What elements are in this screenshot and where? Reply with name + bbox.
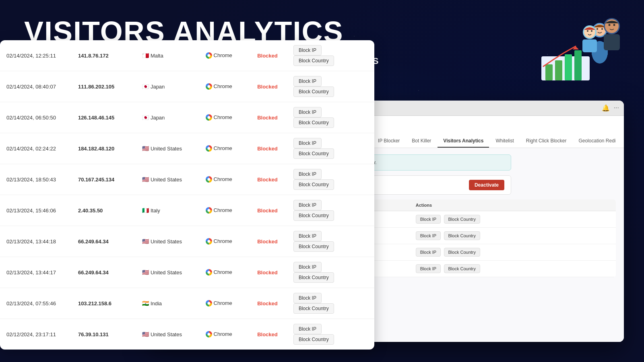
cell-browser: Chrome [199,288,251,319]
cell-actions: Block IP Block Country [287,288,374,319]
cell-ip: 111.86.202.105 [72,71,136,102]
cell-ip: 2.40.35.50 [72,195,136,226]
block-ip-button[interactable]: Block IP [293,324,322,334]
cell-browser: Chrome [199,226,251,257]
status-badge: Blocked [257,300,278,306]
status-badge: Blocked [257,177,278,183]
cell-browser: Chrome [199,102,251,133]
country-flag: 🇺🇸 [142,269,149,276]
block-ip-button[interactable]: Block IP [293,293,322,303]
block-ip-button[interactable]: Block IP [293,138,322,148]
cell-country: 🇺🇸United States [136,257,199,288]
chrome-icon [206,145,212,152]
block-country-button[interactable]: Block Country [293,303,334,314]
cell-actions: Block IP Block Country [411,228,616,244]
more-icon[interactable]: ··· [614,104,619,112]
cell-actions: Block IP Block Country [411,261,616,277]
cell-status: Blocked [251,195,287,226]
chrome-icon [206,207,212,214]
cell-actions: Block IP Block Country [411,244,616,261]
tab-right-click[interactable]: Right Click Blocker [520,135,572,148]
block-country-button[interactable]: Block Country [293,117,334,128]
block-country-button[interactable]: Block Country [444,248,480,257]
cell-country: 🇺🇸United States [136,319,199,350]
block-ip-button[interactable]: Block IP [416,264,441,273]
status-badge: Blocked [257,146,278,152]
cell-status: Blocked [251,164,287,195]
chrome-icon [206,114,212,121]
status-badge: Blocked [257,115,278,121]
cell-ip: 126.148.46.145 [72,102,136,133]
cell-date: 02/12/2024, 23:17:11 [0,319,72,350]
svg-rect-2 [555,60,562,80]
cell-browser: Chrome [199,319,251,350]
block-ip-button[interactable]: Block IP [293,169,322,179]
col-actions: Actions [411,200,616,211]
status-badge: Blocked [257,239,278,245]
cell-date: 02/13/2024, 15:46:06 [0,195,72,226]
chrome-icon [206,52,212,59]
cell-actions: Block IP Block Country [287,226,374,257]
block-ip-button[interactable]: Block IP [293,231,322,241]
list-item: 02/12/2024, 23:17:11 76.39.10.131 🇺🇸Unit… [0,319,374,350]
cell-date: 02/14/2024, 12:25:11 [0,40,72,71]
cell-date: 02/13/2024, 13:44:18 [0,226,72,257]
svg-rect-1 [545,64,553,80]
chrome-icon [206,269,212,276]
cell-actions: Block IP Block Country [411,211,616,228]
list-item: 02/13/2024, 18:50:43 70.167.245.134 🇺🇸Un… [0,164,374,195]
block-country-button[interactable]: Block Country [293,148,334,159]
cell-country: 🇺🇸United States [136,164,199,195]
bell-icon[interactable]: 🔔 [602,104,610,112]
block-ip-button[interactable]: Block IP [293,76,322,86]
tab-ip-blocker[interactable]: IP Blocker [372,135,405,148]
cell-ip: 66.249.64.34 [72,257,136,288]
block-ip-button[interactable]: Block IP [293,262,322,272]
tab-visitors-analytics[interactable]: Visitors Analytics [438,135,489,148]
cell-actions: Block IP Block Country [287,195,374,226]
block-ip-button[interactable]: Block IP [416,248,441,257]
deactivate-button[interactable]: Deactivate [469,180,504,190]
cell-country: 🇮🇹Italy [136,195,199,226]
list-item: 02/13/2024, 13:44:17 66.249.64.34 🇺🇸Unit… [0,257,374,288]
tab-whitelist[interactable]: Whitelist [490,135,519,148]
cell-status: Blocked [251,257,287,288]
chrome-icon [206,238,212,245]
block-country-button[interactable]: Block Country [293,334,334,345]
block-country-button[interactable]: Block Country [444,231,480,240]
cell-date: 02/14/2024, 06:50:50 [0,102,72,133]
block-ip-button[interactable]: Block IP [416,231,441,240]
block-country-button[interactable]: Block Country [444,215,480,224]
cell-ip: 66.249.64.34 [72,226,136,257]
block-ip-button[interactable]: Block IP [416,215,441,224]
country-flag: 🇮🇹 [142,207,149,214]
svg-point-15 [613,24,615,26]
block-country-button[interactable]: Block Country [293,179,334,190]
cell-status: Blocked [251,319,287,350]
list-item: 02/14/2024, 08:40:07 111.86.202.105 🇯🇵Ja… [0,71,374,102]
svg-rect-4 [574,50,582,80]
list-item: 02/14/2024, 02:24:22 184.182.48.120 🇺🇸Un… [0,133,374,164]
status-badge: Blocked [257,269,278,276]
block-country-button[interactable]: Block Country [293,210,334,221]
tab-bot-killer[interactable]: Bot Killer [406,135,437,148]
country-flag: 🇯🇵 [142,114,149,121]
block-ip-button[interactable]: Block IP [293,200,322,210]
svg-point-11 [601,28,603,30]
cell-date: 02/13/2024, 18:50:43 [0,164,72,195]
browser-actions: 🔔 ··· [602,104,619,112]
block-country-button[interactable]: Block Country [293,86,334,97]
block-ip-button[interactable]: Block IP [293,45,322,56]
cell-actions: Block IP Block Country [287,319,374,350]
block-country-button[interactable]: Block Country [293,272,334,283]
cell-actions: Block IP Block Country [287,102,374,133]
block-country-button[interactable]: Block Country [293,56,334,66]
cell-actions: Block IP Block Country [287,257,374,288]
tab-geolocation[interactable]: Geolocation Redirecter [573,135,616,148]
chrome-icon [206,300,212,306]
block-ip-button[interactable]: Block IP [293,107,322,117]
chrome-icon [206,83,212,90]
cell-ip: 141.8.76.172 [72,40,136,71]
block-country-button[interactable]: Block Country [444,264,480,273]
block-country-button[interactable]: Block Country [293,241,334,252]
